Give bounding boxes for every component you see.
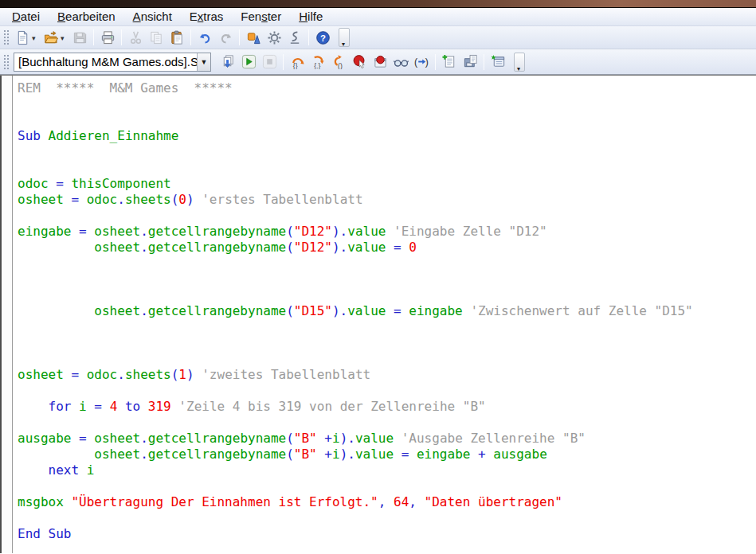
- objects-icon: [246, 30, 261, 45]
- code-line: [18, 351, 756, 367]
- code-line: osheet.getcellrangebyname("D12").value =…: [18, 240, 756, 256]
- basic-ide-window: DateiBearbeitenAnsichtExtrasFensterHilfe…: [0, 0, 756, 554]
- toolbar-grip[interactable]: [3, 53, 9, 71]
- svg-text:{}: {}: [292, 62, 297, 69]
- enable-watch-icon: [394, 54, 409, 69]
- code-line: osheet.getcellrangebyname("D15").value =…: [18, 303, 756, 319]
- toolbar-separator: [239, 29, 240, 45]
- toolbar-separator: [484, 54, 484, 70]
- standard-toolbar: ▾▾?: [0, 26, 756, 49]
- save-source-as-button[interactable]: [460, 53, 480, 72]
- single-step-button[interactable]: {.}: [308, 53, 327, 72]
- cut-button: [126, 28, 145, 47]
- new-document-button[interactable]: [13, 28, 32, 47]
- save-button: [70, 28, 89, 47]
- code-line: [18, 256, 756, 271]
- step-out-button[interactable]: (): [329, 53, 348, 72]
- breakpoint-button[interactable]: [350, 53, 369, 72]
- breakpoint-icon: [352, 54, 367, 69]
- menu-datei[interactable]: Datei: [3, 8, 49, 25]
- svg-text:): ): [425, 57, 428, 68]
- menu-bearbeiten[interactable]: Bearbeiten: [49, 8, 124, 25]
- undo-button[interactable]: [195, 28, 214, 47]
- code-line: [18, 287, 756, 303]
- code-line: [18, 160, 756, 176]
- svg-text:(: (: [414, 57, 418, 68]
- print-button[interactable]: [98, 28, 117, 47]
- redo-button: [216, 28, 235, 47]
- run-button[interactable]: [239, 53, 258, 72]
- macros-button[interactable]: [285, 28, 304, 47]
- code-line: [18, 271, 756, 287]
- toolbar-separator: [121, 29, 122, 45]
- code-line: [18, 319, 756, 335]
- toolbar-grip[interactable]: [3, 29, 9, 46]
- code-editor-pane: REM ***** M&M Games ***** Sub Addieren_E…: [0, 75, 756, 553]
- menu-extras[interactable]: Extras: [181, 8, 233, 25]
- code-line: [18, 383, 756, 399]
- code-line: [18, 112, 756, 128]
- cut-icon: [128, 30, 143, 45]
- run-icon: [241, 54, 257, 69]
- import-dialog-button[interactable]: [488, 53, 507, 72]
- toolbar-separator: [190, 29, 191, 45]
- objects-button[interactable]: [244, 28, 263, 47]
- compile-icon: [221, 54, 236, 69]
- code-line: eingabe = osheet.getcellrangebyname("D12…: [18, 224, 756, 240]
- copy-button: [147, 28, 166, 47]
- code-line: End Sub: [18, 526, 756, 542]
- save-source-as-icon: [463, 54, 478, 69]
- macros-icon: [288, 30, 303, 45]
- code-line: [18, 415, 756, 431]
- dropdown-caret-icon[interactable]: ▾: [32, 34, 38, 42]
- svg-text:(): (): [338, 62, 343, 69]
- code-line: ausgabe = osheet.getcellrangebyname("B" …: [18, 431, 756, 447]
- menu-hilfe[interactable]: Hilfe: [290, 8, 331, 25]
- enable-watch-button[interactable]: [391, 53, 410, 72]
- toolbar-options-button[interactable]: [514, 53, 525, 72]
- new-document-icon: [15, 30, 30, 45]
- print-icon: [100, 30, 116, 45]
- undo-icon: [198, 30, 213, 45]
- window-top-edge: [0, 0, 756, 8]
- paste-button[interactable]: [167, 28, 186, 47]
- help-button[interactable]: ?: [313, 28, 332, 47]
- code-line: [18, 510, 756, 526]
- toolbar-separator: [283, 54, 284, 70]
- menu-ansicht[interactable]: Ansicht: [124, 8, 181, 25]
- breakpoint-margin[interactable]: [0, 76, 13, 553]
- insert-source-text-button[interactable]: [440, 53, 459, 72]
- manage-breakpoints-icon: [373, 54, 388, 69]
- manage-breakpoints-button[interactable]: [370, 53, 390, 72]
- single-step-icon: {.}: [311, 54, 326, 69]
- module-selector-value: [Buchhaltung M&M Games.ods].St: [14, 55, 197, 68]
- code-line: REM ***** M&M Games *****: [18, 80, 756, 96]
- compile-button[interactable]: [218, 53, 237, 72]
- code-editor[interactable]: REM ***** M&M Games ***** Sub Addieren_E…: [13, 76, 756, 553]
- find-parentheses-button[interactable]: (): [412, 53, 431, 72]
- procedure-step-button[interactable]: {}: [288, 53, 307, 72]
- settings-button[interactable]: [264, 28, 284, 47]
- import-dialog-icon: [491, 54, 506, 69]
- procedure-step-icon: {}: [290, 54, 305, 69]
- open-button[interactable]: [41, 28, 61, 47]
- find-parentheses-icon: (): [414, 54, 429, 69]
- copy-icon: [149, 30, 164, 45]
- save-icon: [72, 30, 88, 45]
- code-line: odoc = thisComponent: [18, 176, 756, 192]
- toolbar-separator: [308, 29, 309, 45]
- toolbar-options-button[interactable]: [339, 28, 350, 47]
- module-selector[interactable]: [Buchhaltung M&M Games.ods].St ▼: [14, 53, 211, 72]
- menu-fenster[interactable]: Fenster: [232, 8, 290, 25]
- dropdown-caret-icon[interactable]: ▾: [61, 34, 67, 42]
- stop-icon: [262, 54, 277, 69]
- chevron-down-icon[interactable]: ▼: [197, 53, 210, 71]
- redo-icon: [218, 30, 233, 45]
- code-line: [18, 478, 756, 494]
- insert-source-text-icon: [442, 54, 457, 69]
- code-line: [18, 144, 756, 160]
- code-line: for i = 4 to 319 'Zeile 4 bis 319 von de…: [18, 399, 756, 415]
- open-icon: [44, 30, 59, 45]
- code-line: [18, 335, 756, 351]
- paste-icon: [170, 30, 185, 45]
